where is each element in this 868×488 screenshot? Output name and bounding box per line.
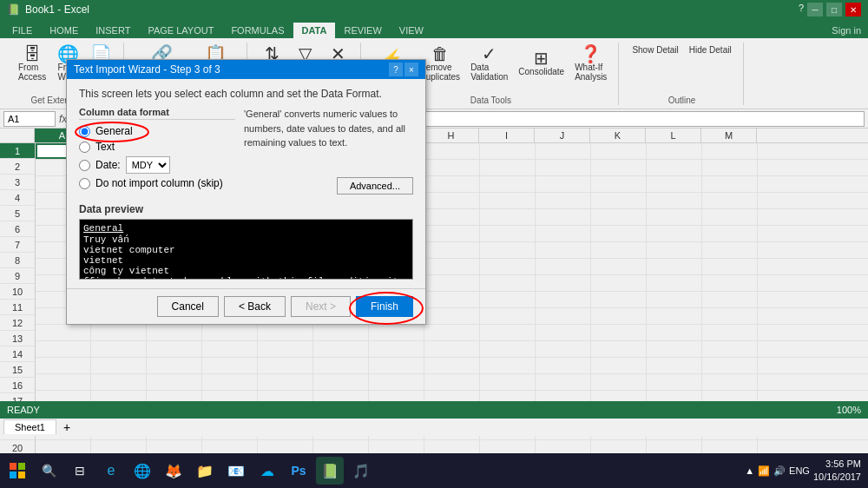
search-icon: 🔍	[42, 464, 56, 478]
dialog-two-col: Column data format General	[79, 107, 413, 195]
clock: 3:56 PM 10/16/2017	[813, 458, 861, 485]
excel-app-icon: 📗	[321, 463, 339, 479]
radio-group: General Text	[79, 125, 235, 189]
skype-icon[interactable]: ☁	[253, 457, 281, 485]
finish-circle-container: Finish	[356, 296, 413, 317]
text-import-wizard-dialog: Text Import Wizard - Step 3 of 3 ? × Thi…	[66, 59, 426, 325]
other-icon: 🎵	[352, 463, 370, 479]
skype-app-icon: ☁	[260, 463, 274, 479]
task-view-button[interactable]: ⊟	[66, 457, 94, 485]
dialog-content: This screen lets you select each column …	[67, 79, 425, 288]
preview-line-5: ffice has detected a problem with this f…	[83, 276, 409, 280]
task-view-icon: ⊟	[75, 464, 85, 478]
date-format-dropdown[interactable]: MDY DMY YMD	[126, 156, 170, 174]
finish-button[interactable]: Finish	[356, 296, 413, 317]
dialog-title-controls: ? ×	[389, 63, 418, 76]
taskbar: 🔍 ⊟ e 🌐 🦊 📁 📧 ☁ Ps 📗 🎵 ▲ 📶 🔊 ENG 3:56 PM…	[0, 453, 868, 488]
edge-browser-icon: 🌐	[134, 463, 151, 479]
preview-line-4: công ty vietnet	[83, 266, 409, 276]
date-radio[interactable]	[79, 160, 90, 171]
general-radio-row: General	[79, 125, 235, 137]
windows-logo-icon	[9, 462, 26, 479]
dialog-title-bar: Text Import Wizard - Step 3 of 3 ? ×	[67, 60, 425, 79]
firefox-icon[interactable]: 🦊	[160, 457, 187, 485]
advanced-button[interactable]: Advanced...	[337, 177, 413, 195]
time-display: 3:56 PM	[813, 458, 861, 471]
data-preview-box[interactable]: General Truy vấn vietnet computer vietne…	[79, 219, 413, 280]
svg-rect-1	[10, 463, 16, 470]
date-radio-row: Date: MDY DMY YMD	[79, 156, 235, 174]
language-label: ENG	[789, 465, 810, 476]
dialog-footer: Cancel < Back Next > Finish	[67, 288, 425, 324]
date-label: Date:	[95, 159, 121, 171]
network-icon: 📶	[758, 465, 770, 477]
advanced-btn-container: Advanced...	[244, 177, 413, 195]
general-radio[interactable]	[79, 126, 90, 137]
dialog-help-button[interactable]: ?	[389, 63, 403, 76]
preview-line-2: vietnet computer	[83, 245, 409, 255]
ie-browser-icon: e	[108, 463, 115, 478]
start-button[interactable]	[3, 457, 31, 485]
text-radio[interactable]	[79, 142, 90, 153]
column-format-section: Column data format General	[79, 107, 235, 195]
cancel-button[interactable]: Cancel	[157, 296, 219, 317]
text-radio-row: Text	[79, 141, 235, 153]
dialog-title: Text Import Wizard - Step 3 of 3	[74, 63, 220, 76]
general-option-container: General	[79, 125, 235, 137]
section-label: Column data format	[79, 107, 235, 120]
dialog-close-button[interactable]: ×	[404, 63, 418, 76]
svg-rect-2	[18, 463, 25, 470]
preview-line-3: vietnet	[83, 255, 409, 266]
tray-icon-1: ▲	[745, 465, 754, 476]
skip-label: Do not import column (skip)	[95, 177, 223, 189]
excel-taskbar-icon[interactable]: 📗	[316, 457, 344, 485]
outlook-icon[interactable]: 📧	[222, 457, 250, 485]
ie-icon[interactable]: e	[97, 457, 125, 485]
general-label: General	[95, 125, 133, 137]
preview-line-1: Truy vấn	[83, 234, 409, 245]
file-explorer-icon: 📁	[196, 463, 214, 479]
description-text: 'General' converts numeric values to num…	[244, 107, 413, 150]
skip-radio[interactable]	[79, 178, 90, 189]
next-button[interactable]: Next >	[291, 296, 351, 317]
other-app-icon[interactable]: 🎵	[347, 457, 375, 485]
volume-icon: 🔊	[773, 465, 786, 477]
data-preview-label: Data preview	[79, 203, 413, 215]
taskbar-right: ▲ 📶 🔊 ENG 3:56 PM 10/16/2017	[745, 458, 868, 485]
preview-header: General	[83, 223, 409, 234]
svg-rect-3	[10, 472, 16, 478]
photoshop-icon[interactable]: Ps	[285, 457, 312, 485]
svg-rect-4	[18, 472, 25, 478]
skip-radio-row: Do not import column (skip)	[79, 177, 235, 189]
firefox-browser-icon: 🦊	[165, 463, 182, 479]
dialog-overlay: Text Import Wizard - Step 3 of 3 ? × Thi…	[0, 0, 868, 453]
taskbar-left: 🔍 ⊟ e 🌐 🦊 📁 📧 ☁ Ps 📗 🎵	[0, 457, 375, 485]
tray-icons: ▲ 📶 🔊 ENG	[745, 465, 810, 477]
back-button[interactable]: < Back	[224, 296, 286, 317]
photoshop-app-icon: Ps	[291, 464, 306, 478]
folder-icon[interactable]: 📁	[191, 457, 219, 485]
outlook-app-icon: 📧	[227, 463, 245, 479]
edge-icon[interactable]: 🌐	[128, 457, 156, 485]
date-display: 10/16/2017	[813, 471, 861, 484]
right-section: 'General' converts numeric values to num…	[244, 107, 413, 195]
dialog-header: This screen lets you select each column …	[79, 88, 413, 100]
text-label: Text	[95, 141, 115, 153]
search-button[interactable]: 🔍	[35, 457, 62, 485]
